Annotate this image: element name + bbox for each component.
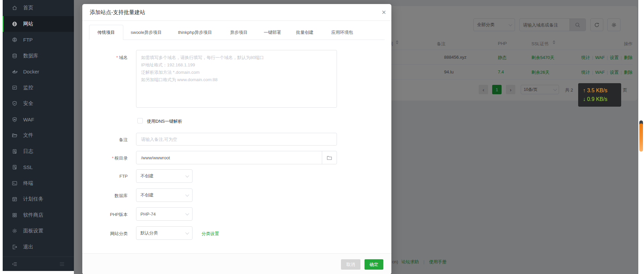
sidebar-item-label: 监控: [23, 85, 33, 91]
cancel-button[interactable]: 取消: [341, 259, 360, 270]
chevron-down-icon: [185, 231, 189, 234]
sidebar-item-label: FTP: [23, 37, 33, 43]
home-icon: [12, 5, 17, 11]
folder-icon: [12, 132, 17, 138]
log-file-icon: [12, 149, 17, 154]
chevron-down-icon: [185, 212, 189, 215]
terminal-icon: [12, 180, 17, 186]
sidebar-item-settings[interactable]: 面板设置: [3, 223, 74, 239]
required-star: *: [116, 55, 118, 60]
net-speed-widget: ↑ 3.5 KB/s ↓ 0.9 KB/s: [578, 83, 621, 107]
close-icon[interactable]: ×: [382, 7, 386, 17]
tab-thinkphp-project[interactable]: thinkphp异步项目: [178, 25, 212, 40]
sidebar-item-label: 首页: [23, 5, 33, 11]
chevron-down-icon: [185, 174, 189, 177]
ftp-select[interactable]: 不创建: [136, 169, 192, 183]
ssl-certificate-icon: [12, 164, 17, 170]
folder-icon: [327, 155, 332, 161]
category-settings-link[interactable]: 分类设置: [202, 231, 219, 237]
download-speed: ↓ 0.9 KB/s: [583, 95, 621, 104]
sidebar-item-label: 安全: [23, 100, 33, 107]
sidebar-item-label: 计划任务: [23, 196, 43, 202]
sidebar-item-ftp[interactable]: FTP: [3, 32, 74, 48]
sidebar-item-label: 退出: [23, 244, 33, 250]
scrollbar-thumb[interactable]: [639, 123, 643, 152]
sidebar-item-label: 软件商店: [23, 212, 43, 218]
php-version-select[interactable]: PHP-74: [136, 207, 192, 221]
page-scrollbar-track[interactable]: [638, 0, 644, 274]
menu-icon[interactable]: [59, 261, 65, 267]
modal-footer: 取消 确定: [82, 253, 391, 274]
sidebar-item-label: 文件: [23, 132, 33, 139]
sidebar-item-label: 日志: [23, 148, 33, 155]
ftp-label: FTP: [89, 174, 128, 179]
domain-textarea[interactable]: 如需填写多个域名，请换行填写，每行一个域名，默认为80端口 IP地址格式：192…: [136, 50, 337, 108]
sidebar-footer: [3, 257, 74, 271]
sidebar-item-logout[interactable]: 退出: [3, 239, 74, 255]
sidebar-item-label: 终端: [23, 180, 33, 186]
browse-directory-button[interactable]: [322, 151, 337, 164]
sidebar-item-label: WAF: [23, 117, 34, 122]
docker-icon: [12, 69, 17, 74]
tab-async-project[interactable]: 异步项目: [230, 25, 248, 40]
calendar-icon: [12, 196, 17, 202]
grid-icon: [12, 212, 17, 218]
root-dir-label: *根目录: [89, 155, 128, 161]
root-dir-input[interactable]: [136, 155, 322, 160]
tab-traditional-project[interactable]: 传统项目: [89, 25, 123, 40]
sidebar-item-database[interactable]: 数据库: [3, 48, 74, 64]
sidebar-item-home[interactable]: 首页: [3, 0, 74, 16]
app-frame: 首页 网站 FTP 数据库 Docker 监控 安全 WAF: [0, 0, 644, 274]
php-version-value: PHP-74: [140, 212, 156, 217]
modal-title: 添加站点-支持批量建站: [90, 4, 145, 21]
dns-resolve-checkbox[interactable]: [137, 118, 143, 123]
tab-batch-create[interactable]: 批量创建: [296, 25, 313, 40]
sidebar-item-label: SSL: [23, 164, 33, 170]
site-category-select[interactable]: 默认分类: [136, 226, 192, 240]
root-dir-field: [136, 151, 337, 164]
sidebar-item-cron[interactable]: 计划任务: [3, 191, 74, 207]
domain-label: *域名: [89, 55, 128, 61]
sidebar-item-label: 面板设置: [23, 228, 43, 234]
tab-app-env-package[interactable]: 应用环境包: [331, 25, 353, 40]
site-category-value: 默认分类: [140, 230, 158, 236]
collapse-sidebar-icon[interactable]: [12, 261, 17, 267]
sidebar-item-terminal[interactable]: 终端: [3, 175, 74, 191]
sidebar-item-label: Docker: [23, 69, 39, 74]
sidebar: 首页 网站 FTP 数据库 Docker 监控 安全 WAF: [3, 0, 74, 271]
database-select[interactable]: 不创建: [136, 188, 192, 202]
tab-one-click-deploy[interactable]: 一键部署: [264, 25, 281, 40]
add-site-modal: 添加站点-支持批量建站 × 传统项目 swoole异步项目 thinkphp异步…: [82, 4, 391, 274]
tab-swoole-project[interactable]: swoole异步项目: [131, 25, 162, 40]
sidebar-item-website[interactable]: 网站: [3, 16, 74, 32]
note-label: 备注: [89, 137, 128, 143]
sidebar-item-monitor[interactable]: 监控: [3, 80, 74, 96]
ftp-select-value: 不创建: [140, 173, 154, 179]
sidebar-item-label: 网站: [23, 21, 33, 27]
confirm-button[interactable]: 确定: [364, 259, 383, 270]
database-icon: [12, 53, 17, 59]
chevron-down-icon: [185, 193, 189, 197]
php-version-label: PHP版本: [89, 212, 128, 218]
logout-icon: [12, 244, 17, 250]
note-input[interactable]: [136, 133, 337, 146]
upload-speed: ↑ 3.5 KB/s: [583, 86, 621, 95]
sidebar-item-docker[interactable]: Docker: [3, 64, 74, 80]
sidebar-item-label: 数据库: [23, 53, 38, 59]
waf-shield-icon: [12, 117, 17, 122]
shield-check-icon: [12, 101, 17, 106]
sidebar-item-security[interactable]: 安全: [3, 96, 74, 112]
modal-header: 添加站点-支持批量建站 ×: [82, 4, 391, 21]
required-star: *: [112, 156, 114, 161]
dns-resolve-label: 使用DNS一键解析: [147, 118, 182, 124]
database-select-value: 不创建: [140, 192, 154, 198]
globe-icon: [12, 21, 17, 27]
modal-tabs: 传统项目 swoole异步项目 thinkphp异步项目 异步项目 一键部署 批…: [89, 25, 385, 40]
sidebar-item-files[interactable]: 文件: [3, 127, 74, 144]
site-category-label: 网站分类: [89, 231, 128, 237]
sidebar-item-appstore[interactable]: 软件商店: [3, 207, 74, 223]
sidebar-item-ssl[interactable]: SSL: [3, 159, 74, 175]
sidebar-item-logs[interactable]: 日志: [3, 144, 74, 160]
sidebar-item-waf[interactable]: WAF: [3, 112, 74, 128]
monitor-chart-icon: [12, 85, 17, 91]
